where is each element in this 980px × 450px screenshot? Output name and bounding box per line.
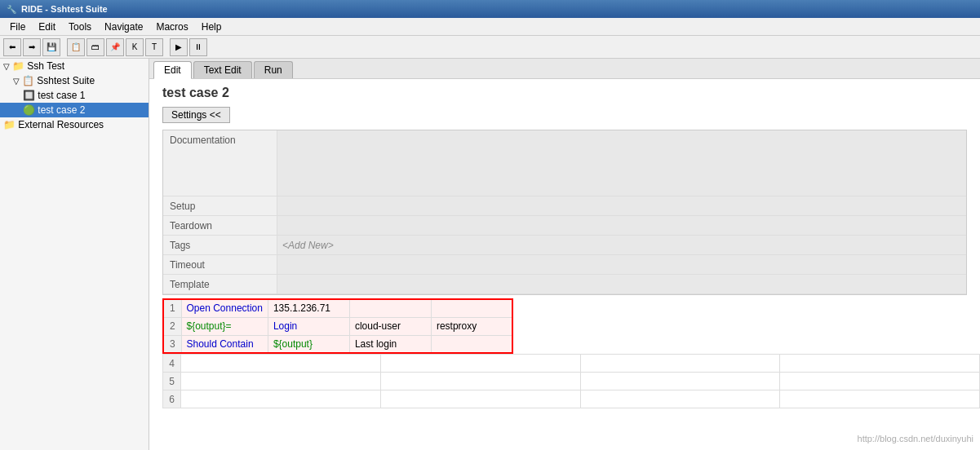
step-keyword-4[interactable] [181,355,381,373]
teardown-label: Teardown [163,216,277,235]
teardown-value[interactable] [277,216,966,235]
toolbar-stop[interactable]: ⏸ [189,38,207,56]
toolbar-btn3[interactable]: 📌 [106,38,124,56]
step-arg2-1[interactable] [349,299,431,317]
documentation-label: Documentation [163,130,277,196]
content-area: Edit Text Edit Run test case 2 Settings … [149,59,980,450]
settings-button[interactable]: Settings << [162,107,230,123]
step-arg2-5[interactable] [580,373,780,390]
expand-icon2: ▽ [13,77,20,86]
step-number-2: 2 [163,317,181,335]
tab-text-edit[interactable]: Text Edit [193,61,252,78]
timeout-label: Timeout [163,255,277,274]
setup-value[interactable] [277,196,966,215]
step-arg2-3[interactable]: Last login [349,335,431,353]
toolbar-btn2[interactable]: 🗃 [86,38,104,56]
steps-container: 1 Open Connection 135.1.236.71 2 ${outpu… [149,295,980,450]
step-arg3-4[interactable] [780,355,980,373]
toolbar-new[interactable]: ⬅ [3,38,21,56]
settings-teardown-row: Teardown [163,216,966,236]
menu-macros[interactable]: Macros [149,20,194,34]
step-arg1-4[interactable] [380,355,580,373]
menu-navigate[interactable]: Navigate [98,20,149,34]
expand-icon: ▽ [3,62,10,71]
settings-documentation-row: Documentation [163,130,966,196]
toolbar-btn4[interactable]: K [126,38,144,56]
timeout-value[interactable] [277,255,966,274]
step-number-1: 1 [163,299,181,317]
toolbar-open[interactable]: ➡ [23,38,41,56]
step-arg2-4[interactable] [580,355,780,373]
highlighted-steps-table: 1 Open Connection 135.1.236.71 2 ${outpu… [162,298,513,354]
step-arg3-2[interactable]: restproxy [431,317,512,335]
step-number-5: 5 [163,373,181,390]
settings-timeout-row: Timeout [163,255,966,275]
table-row[interactable]: 5 [163,373,980,390]
table-row[interactable]: 2 ${output}= Login cloud-user restproxy [163,317,512,335]
step-number-6: 6 [163,390,181,408]
folder-icon: 📁 [12,60,24,72]
tags-value[interactable]: <Add New> [277,236,966,254]
toolbar: ⬅ ➡ 💾 📋 🗃 📌 K T ▶ ⏸ [0,36,980,59]
sidebar-item-test-case-2[interactable]: 🟢 test case 2 [0,103,149,117]
sidebar-item-ssh-test[interactable]: ▽ 📁 Ssh Test [0,59,149,73]
documentation-value[interactable] [277,130,966,196]
toolbar-btn1[interactable]: 📋 [67,38,85,56]
step-arg3-6[interactable] [780,390,980,408]
table-row[interactable]: 1 Open Connection 135.1.236.71 [163,299,512,317]
sidebar-item-sshtest-suite[interactable]: ▽ 📋 Sshtest Suite [0,73,149,88]
step-arg1-6[interactable] [380,390,580,408]
tab-edit[interactable]: Edit [153,61,192,79]
step-arg1-2[interactable]: Login [268,317,349,335]
sidebar: ▽ 📁 Ssh Test ▽ 📋 Sshtest Suite 🔲 test ca… [0,59,149,450]
toolbar-run[interactable]: ▶ [170,38,188,56]
step-keyword-6[interactable] [181,390,381,408]
main-layout: ▽ 📁 Ssh Test ▽ 📋 Sshtest Suite 🔲 test ca… [0,59,980,450]
template-value[interactable] [277,275,966,293]
step-number-3: 3 [163,335,181,353]
step-arg2-6[interactable] [580,390,780,408]
settings-form: Documentation Setup Teardown Tags <Add N… [162,130,967,295]
step-arg1-3[interactable]: ${output} [268,335,349,353]
step-keyword-1[interactable]: Open Connection [181,299,268,317]
settings-tags-row: Tags <Add New> [163,236,966,255]
app-icon: 🔧 [7,5,16,14]
table-row[interactable]: 3 Should Contain ${output} Last login [163,335,512,353]
add-new-tag[interactable]: <Add New> [282,240,334,251]
step-arg3-3[interactable] [431,335,512,353]
menu-bar: File Edit Tools Navigate Macros Help [0,18,980,36]
table-row[interactable]: 4 [163,355,980,373]
step-keyword-5[interactable] [181,373,381,390]
step-arg3-1[interactable] [431,299,512,317]
step-arg1-5[interactable] [380,373,580,390]
watermark: http://blog.csdn.net/duxinyuhi [858,434,973,443]
tags-label: Tags [163,236,277,254]
step-arg2-2[interactable]: cloud-user [349,317,431,335]
toolbar-save[interactable]: 💾 [42,38,60,56]
settings-area: Settings << [149,104,980,130]
template-label: Template [163,275,277,293]
menu-file[interactable]: File [3,20,32,34]
menu-help[interactable]: Help [195,20,228,34]
tab-run[interactable]: Run [254,61,293,78]
step-arg1-1[interactable]: 135.1.236.71 [268,299,349,317]
menu-tools[interactable]: Tools [62,20,98,34]
test-case-title: test case 2 [149,79,980,104]
step-arg3-5[interactable] [780,373,980,390]
sidebar-item-external-resources[interactable]: 📁 External Resources [0,117,149,132]
external-icon: 📁 [3,119,16,130]
step-number-4: 4 [163,355,181,373]
sidebar-item-test-case-1[interactable]: 🔲 test case 1 [0,88,149,103]
setup-label: Setup [163,196,277,215]
title-bar: 🔧 RIDE - Sshtest Suite [0,0,980,18]
step-keyword-3[interactable]: Should Contain [181,335,268,353]
settings-template-row: Template [163,275,966,294]
table-row[interactable]: 6 [163,390,980,408]
suite-icon: 📋 [22,75,34,86]
extra-steps-table: 4 5 6 [162,354,980,408]
title-text: RIDE - Sshtest Suite [21,4,108,14]
menu-edit[interactable]: Edit [32,20,62,34]
step-keyword-2[interactable]: ${output}= [181,317,268,335]
toolbar-btn5[interactable]: T [145,38,163,56]
tab-bar: Edit Text Edit Run [149,59,980,79]
